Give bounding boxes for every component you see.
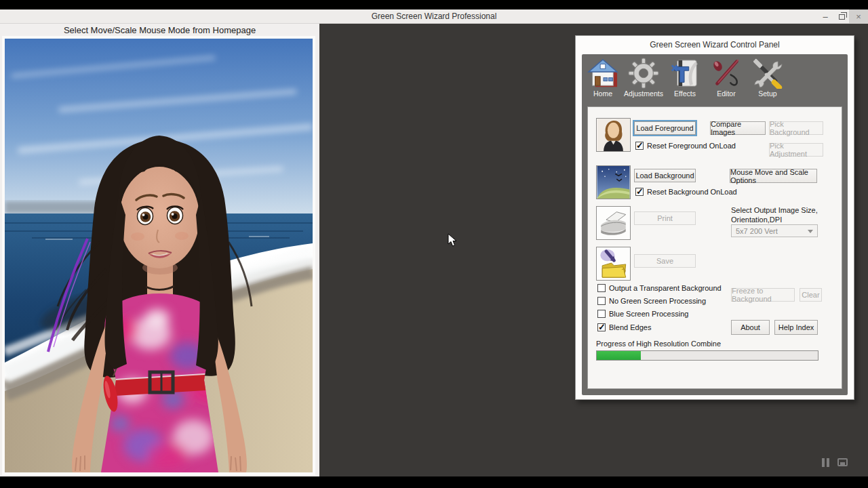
letterbox-bar <box>0 476 868 488</box>
foreground-thumbnail <box>596 118 631 152</box>
load-foreground-button[interactable]: Load Foreground <box>634 121 696 135</box>
preview-hint-text: Select Move/Scale Mouse Mode from Homepa… <box>0 25 319 35</box>
restore-icon <box>839 14 845 20</box>
pause-icon[interactable] <box>822 458 829 467</box>
toolbar-effects-label: Effects <box>664 89 706 98</box>
no-green-screen-option[interactable]: No Green Screen Processing <box>597 297 706 305</box>
composited-image[interactable] <box>2 36 315 475</box>
progress-fill <box>597 351 641 360</box>
toolbar-home-label: Home <box>582 89 624 98</box>
load-foreground-label: Load Foreground <box>636 124 693 132</box>
mouse-move-scale-options-button[interactable]: Mouse Move and Scale Options <box>730 169 817 183</box>
effects-text-icon <box>669 58 701 89</box>
transparent-background-label: Output a Transparent Background <box>609 284 722 292</box>
output-size-label: Select Output Image Size, Orientation,DP… <box>731 206 823 225</box>
toolbar-home[interactable]: Home <box>582 58 624 105</box>
control-panel-frame: Home Adjustments <box>582 54 848 395</box>
toolbar-setup-label: Setup <box>747 89 789 98</box>
toolbar-editor[interactable]: Editor <box>705 58 747 105</box>
toolbar-adjustments-label: Adjustments <box>623 89 665 98</box>
gear-icon <box>628 58 659 89</box>
reset-background-label: Reset Background OnLoad <box>647 188 737 196</box>
close-button[interactable]: × <box>849 9 868 24</box>
print-button[interactable]: Print <box>634 211 696 225</box>
titlebar: Green Screen Wizard Professional – × <box>0 9 868 24</box>
blue-screen-checkbox[interactable] <box>597 310 606 318</box>
pick-background-label: Pick Background <box>770 120 823 136</box>
print-label: Print <box>657 214 673 222</box>
picture-in-picture-icon[interactable] <box>837 458 848 466</box>
mouse-move-scale-options-label: Mouse Move and Scale Options <box>730 168 816 184</box>
freeze-to-background-label: Freeze to Background <box>732 287 794 303</box>
close-icon: × <box>856 12 861 22</box>
transparent-background-checkbox[interactable] <box>597 284 606 292</box>
chevron-down-icon <box>808 230 813 233</box>
progress-bar <box>596 350 818 361</box>
blend-edges-label: Blend Edges <box>609 323 651 331</box>
output-size-select[interactable]: 5x7 200 Vert <box>731 224 818 237</box>
save-button[interactable]: Save <box>634 254 696 268</box>
pick-adjustment-button[interactable]: Pick Adjustment <box>769 143 823 157</box>
no-green-screen-label: No Green Screen Processing <box>609 297 706 305</box>
reset-background-checkbox[interactable] <box>635 188 644 196</box>
airbrush-icon <box>711 58 742 89</box>
printer-icon <box>597 207 630 239</box>
toolbar-setup[interactable]: Setup <box>747 58 789 105</box>
load-background-label: Load Background <box>635 171 694 180</box>
reset-foreground-option[interactable]: Reset Foreground OnLoad <box>635 142 736 150</box>
compare-images-label: Compare Images <box>711 120 765 136</box>
beach-doll-photo <box>5 39 313 472</box>
about-label: About <box>741 323 760 331</box>
clear-label: Clear <box>802 291 819 299</box>
app-window: Green Screen Wizard Professional – × Sel… <box>0 0 868 488</box>
toolbar-effects[interactable]: Effects <box>664 58 706 105</box>
reset-background-option[interactable]: Reset Background OnLoad <box>635 188 737 196</box>
pick-background-button[interactable]: Pick Background <box>769 121 823 135</box>
toolbar-editor-label: Editor <box>705 89 747 98</box>
help-index-label: Help Index <box>778 323 814 331</box>
toolbar-adjustments[interactable]: Adjustments <box>623 58 665 105</box>
pick-adjustment-label: Pick Adjustment <box>770 142 823 158</box>
save-label: Save <box>656 257 673 265</box>
output-size-value: 5x7 200 Vert <box>736 227 778 235</box>
window-title: Green Screen Wizard Professional <box>0 12 868 21</box>
about-button[interactable]: About <box>731 320 770 335</box>
landscape-icon <box>597 166 630 199</box>
video-overlay-controls <box>822 453 861 472</box>
control-panel: Green Screen Wizard Control Panel Home <box>575 35 854 400</box>
mouse-cursor <box>448 233 457 247</box>
portrait-icon <box>597 119 630 151</box>
clear-button[interactable]: Clear <box>800 288 822 302</box>
progress-label: Progress of High Resolution Combine <box>596 340 721 348</box>
background-thumbnail <box>596 165 631 199</box>
reset-foreground-checkbox[interactable] <box>635 142 644 150</box>
freeze-to-background-button[interactable]: Freeze to Background <box>731 288 795 302</box>
minimize-button[interactable]: – <box>816 9 834 24</box>
blend-edges-checkbox[interactable] <box>597 323 606 331</box>
transparent-background-option[interactable]: Output a Transparent Background <box>597 284 722 292</box>
reset-foreground-label: Reset Foreground OnLoad <box>647 142 736 150</box>
control-panel-content: Load Foreground Compare Images Pick Back… <box>587 106 842 389</box>
compare-images-button[interactable]: Compare Images <box>710 121 766 135</box>
blue-screen-label: Blue Screen Processing <box>609 310 688 318</box>
preview-panel: Select Move/Scale Mouse Mode from Homepa… <box>0 24 319 476</box>
save-folder-icon <box>597 247 630 280</box>
restore-button[interactable] <box>833 9 850 24</box>
tools-icon <box>752 58 783 89</box>
minimize-icon: – <box>823 12 827 22</box>
save-thumbnail <box>596 247 631 281</box>
load-background-button[interactable]: Load Background <box>634 169 696 182</box>
control-panel-title: Green Screen Wizard Control Panel <box>576 40 854 49</box>
blue-screen-option[interactable]: Blue Screen Processing <box>597 310 688 318</box>
no-green-screen-checkbox[interactable] <box>597 297 606 305</box>
help-index-button[interactable]: Help Index <box>774 320 818 335</box>
home-icon <box>587 58 618 89</box>
blend-edges-option[interactable]: Blend Edges <box>597 323 651 331</box>
print-thumbnail <box>596 206 631 240</box>
